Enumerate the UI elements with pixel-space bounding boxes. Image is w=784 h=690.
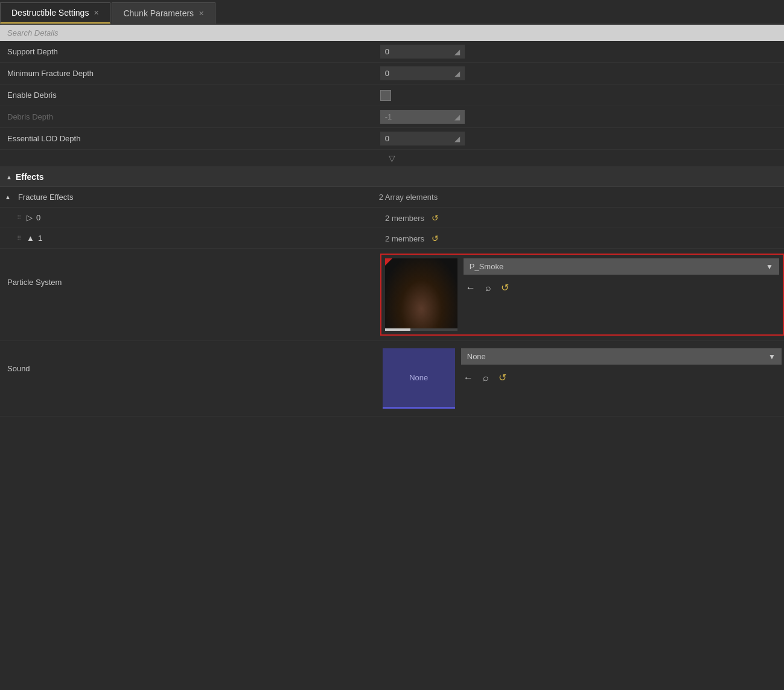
tab-chunk-parameters[interactable]: Chunk Parameters ✕ [112, 2, 215, 24]
section-divider: ▽ [0, 150, 784, 167]
particle-progress-bar [385, 328, 457, 331]
fracture-effect-0-label: ⠿ ▷ 0 [17, 213, 385, 222]
properties-panel: Support Depth 0 ◢ Minimum Fracture Depth… [0, 41, 784, 417]
min-fracture-depth-input[interactable]: 0 ◢ [380, 66, 465, 80]
particle-back-button[interactable]: ← [464, 281, 478, 295]
sound-controls-col: None ▼ ← ⌕ ↺ [461, 348, 782, 409]
fracture-effects-value: 2 Array elements [379, 193, 784, 202]
enable-debris-label: Enable Debris [7, 91, 380, 100]
item0-index: 0 [36, 213, 40, 222]
effects-collapse-arrow: ▲ [6, 174, 12, 180]
sound-icon-row: ← ⌕ ↺ [461, 368, 782, 387]
particle-asset-name: P_Smoke [470, 262, 503, 271]
fracture-effect-item-1: ⠿ ▲ 1 2 members ↺ [0, 228, 784, 249]
particle-reset-button[interactable]: ↺ [499, 281, 511, 295]
divider-arrow-icon: ▽ [389, 153, 395, 163]
item1-reset-icon[interactable]: ↺ [432, 234, 439, 243]
tab-destructible-label: Destructible Settings [11, 8, 89, 18]
support-depth-value: 0 ◢ [380, 45, 784, 59]
sound-dropdown-arrow: ▼ [768, 353, 776, 361]
particle-system-row: Particle System P_Smoke [0, 249, 784, 341]
particle-progress-fill [385, 328, 410, 331]
fracture-effects-row: ▲ Fracture Effects 2 Array elements [0, 187, 784, 208]
essential-lod-depth-input[interactable]: 0 ◢ [380, 132, 465, 145]
item0-value: 2 members ↺ [385, 213, 784, 223]
particle-system-highlight: P_Smoke ▼ ← ⌕ ↺ [380, 254, 784, 336]
debris-depth-label: Debris Depth [7, 112, 380, 121]
prop-debris-depth: Debris Depth -1 ◢ [0, 106, 784, 128]
particle-thumbnail [385, 258, 457, 331]
prop-min-fracture-depth: Minimum Fracture Depth 0 ◢ [0, 63, 784, 85]
item1-value: 2 members ↺ [385, 234, 784, 243]
sound-none-label: None [409, 373, 428, 382]
particle-controls-wrapper: P_Smoke ▼ ← ⌕ ↺ [464, 258, 779, 331]
search-bar[interactable]: Search Details [0, 25, 784, 41]
sound-search-button[interactable]: ⌕ [480, 371, 491, 385]
sound-asset-name: None [467, 352, 486, 361]
essential-lod-depth-arrow: ◢ [454, 135, 460, 143]
item0-expand-icon[interactable]: ▷ [27, 213, 33, 222]
min-fracture-depth-value: 0 ◢ [380, 66, 784, 80]
particle-controls-col: P_Smoke ▼ ← ⌕ ↺ [464, 258, 779, 331]
tab-bar: Destructible Settings ✕ Chunk Parameters… [0, 0, 784, 25]
min-fracture-depth-label: Minimum Fracture Depth [7, 69, 380, 78]
sound-thumbnail: None [383, 348, 455, 409]
tab-chunk-label: Chunk Parameters [123, 8, 194, 18]
item1-expand-icon[interactable]: ▲ [27, 234, 34, 243]
item0-reset-icon[interactable]: ↺ [432, 213, 439, 223]
sound-reset-button[interactable]: ↺ [496, 371, 509, 385]
debris-depth-input[interactable]: -1 ◢ [380, 110, 465, 124]
particle-icon-row: ← ⌕ ↺ [464, 278, 779, 297]
effects-section-header[interactable]: ▲ Effects [0, 167, 784, 187]
particle-system-label: Particle System [7, 254, 380, 287]
fracture-effects-arrow: ▲ [5, 194, 11, 200]
item1-index: 1 [38, 234, 42, 243]
enable-debris-checkbox[interactable] [380, 90, 391, 101]
smoke-preview [385, 258, 457, 331]
prop-essential-lod-depth: Essential LOD Depth 0 ◢ [0, 128, 784, 150]
effects-label: Effects [16, 172, 44, 182]
fracture-effect-item-0: ⠿ ▷ 0 2 members ↺ [0, 208, 784, 228]
particle-red-corner [385, 258, 392, 266]
drag-handle-1[interactable]: ⠿ [17, 235, 21, 241]
tab-destructible-settings[interactable]: Destructible Settings ✕ [0, 2, 110, 24]
enable-debris-value [380, 90, 784, 101]
fracture-effect-1-label: ⠿ ▲ 1 [17, 234, 385, 243]
support-depth-arrow: ◢ [454, 48, 460, 56]
particle-dropdown[interactable]: P_Smoke ▼ [464, 258, 779, 275]
min-fracture-depth-arrow: ◢ [454, 69, 460, 78]
sound-back-button[interactable]: ← [461, 371, 476, 385]
sound-label: Sound [7, 346, 380, 373]
tab-chunk-close[interactable]: ✕ [199, 10, 204, 18]
particle-search-button[interactable]: ⌕ [483, 281, 494, 295]
debris-depth-arrow: ◢ [454, 113, 460, 121]
fracture-effects-label: ▲ Fracture Effects [5, 193, 379, 202]
particle-system-widget: P_Smoke ▼ ← ⌕ ↺ [380, 254, 784, 336]
support-depth-label: Support Depth [7, 47, 380, 56]
essential-lod-depth-value: 0 ◢ [380, 132, 784, 145]
tab-destructible-close[interactable]: ✕ [94, 9, 99, 17]
search-placeholder: Search Details [7, 28, 59, 37]
prop-enable-debris: Enable Debris [0, 85, 784, 106]
sound-dropdown[interactable]: None ▼ [461, 348, 782, 365]
debris-depth-value: -1 ◢ [380, 110, 784, 124]
sound-widget: None None ▼ ← ⌕ ↺ [380, 346, 784, 411]
prop-support-depth: Support Depth 0 ◢ [0, 41, 784, 63]
essential-lod-depth-label: Essential LOD Depth [7, 134, 380, 143]
drag-handle-0[interactable]: ⠿ [17, 214, 21, 221]
particle-dropdown-arrow: ▼ [766, 263, 773, 271]
sound-row: Sound None None ▼ ← ⌕ [0, 341, 784, 417]
support-depth-input[interactable]: 0 ◢ [380, 45, 465, 59]
